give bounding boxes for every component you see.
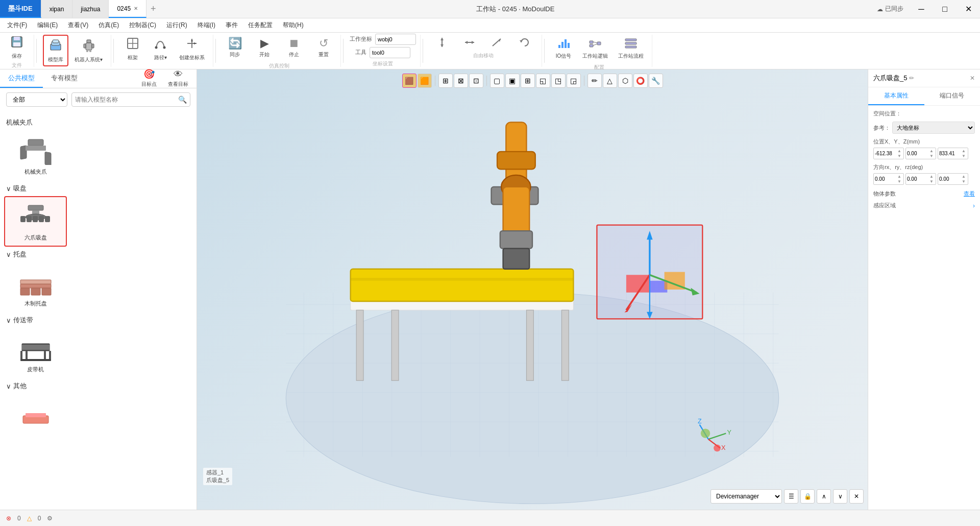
- device-manager-select[interactable]: Devicemanager: [710, 489, 782, 504]
- vt-btn-1[interactable]: 🟫: [402, 74, 416, 88]
- view-target-button[interactable]: 👁 查看目标: [164, 66, 192, 90]
- vt-btn-2[interactable]: 🟧: [418, 74, 432, 88]
- rotate-button[interactable]: [512, 35, 537, 50]
- station-flow-button[interactable]: 工作站流程: [614, 35, 648, 62]
- vt-btn-7[interactable]: ▣: [505, 74, 520, 88]
- tab-public-models[interactable]: 公共模型: [0, 69, 43, 88]
- minimize-button[interactable]: ─: [910, 0, 933, 18]
- menu-run[interactable]: 运行(R): [161, 19, 192, 32]
- model-item-clamp[interactable]: 机械夹爪: [4, 130, 67, 181]
- move-z-button[interactable]: [484, 35, 510, 50]
- tab-0245-close[interactable]: ✕: [134, 6, 138, 11]
- save-button[interactable]: 保存: [4, 33, 30, 62]
- right-panel-close[interactable]: ✕: [970, 75, 975, 82]
- pos-y-spin[interactable]: ▲ ▼: [929, 149, 934, 158]
- create-coord-button[interactable]: 创建坐标系: [175, 35, 209, 63]
- model-library-button[interactable]: 模型库: [43, 35, 68, 66]
- vt-btn-10[interactable]: ◳: [551, 74, 566, 88]
- vt-btn-12[interactable]: ✏: [587, 74, 602, 88]
- tab-jiazhua[interactable]: jiazhua: [72, 0, 109, 18]
- menu-file[interactable]: 文件(F): [2, 19, 32, 32]
- pos-x-input[interactable]: [875, 151, 897, 156]
- pos-z-input[interactable]: [939, 151, 962, 156]
- right-tab-port[interactable]: 端口信号: [924, 87, 981, 105]
- vt-btn-13[interactable]: △: [603, 74, 617, 88]
- reset-button[interactable]: ↺ 重置: [311, 35, 336, 60]
- object-params-link[interactable]: 查看: [964, 190, 975, 198]
- category-pallet[interactable]: ∨ 托盘: [0, 247, 197, 262]
- rot-ry-spin[interactable]: ▲ ▼: [929, 174, 934, 184]
- menu-controller[interactable]: 控制器(C): [124, 19, 161, 32]
- vt-btn-3[interactable]: ⊞: [438, 74, 453, 88]
- vt-btn-16[interactable]: 🔧: [649, 74, 663, 88]
- path-button[interactable]: 路径▾: [148, 35, 173, 63]
- model-item-pallet[interactable]: 木制托盘: [4, 262, 67, 313]
- rot-rx-spin[interactable]: ▲ ▼: [897, 174, 901, 184]
- menu-simulate[interactable]: 仿真(E): [93, 19, 124, 32]
- move-x-button[interactable]: [429, 35, 455, 50]
- category-filter[interactable]: 全部 吸盘 托盘 传送带 其他: [6, 92, 67, 107]
- category-conveyor[interactable]: ∨ 传送带: [0, 313, 197, 328]
- svg-rect-40: [625, 42, 636, 44]
- status-settings-icon[interactable]: ⚙: [47, 515, 53, 522]
- vt-btn-9[interactable]: ◱: [536, 74, 550, 88]
- tool-coord-input[interactable]: [370, 47, 410, 58]
- dm-down-btn[interactable]: ∨: [833, 489, 847, 504]
- pos-x-spin[interactable]: ▲ ▼: [897, 149, 901, 158]
- pos-y-input[interactable]: [907, 151, 929, 156]
- category-clamp[interactable]: 机械夹爪: [0, 115, 197, 130]
- workstation-coord-input[interactable]: [375, 34, 416, 45]
- menu-events[interactable]: 事件: [220, 19, 243, 32]
- station-logic-button[interactable]: 工作站逻辑: [578, 35, 612, 62]
- menu-edit[interactable]: 编辑(E): [32, 19, 63, 32]
- rot-rx-input[interactable]: [875, 176, 897, 182]
- dm-up-btn[interactable]: ∧: [817, 489, 831, 504]
- dm-lock-btn[interactable]: 🔒: [800, 489, 815, 504]
- dm-close-btn[interactable]: ✕: [849, 489, 864, 504]
- tab-private-models[interactable]: 专有模型: [43, 69, 86, 88]
- robot-system-button[interactable]: 机器人系统▾: [70, 35, 107, 66]
- category-sucker[interactable]: ∨ 吸盘: [0, 181, 197, 196]
- new-tab-btn[interactable]: +: [146, 0, 160, 18]
- vt-btn-5[interactable]: ⊡: [469, 74, 483, 88]
- tab-main[interactable]: 墨斗IDE: [0, 0, 41, 18]
- vt-btn-4[interactable]: ⊠: [454, 74, 468, 88]
- sync-button[interactable]: ☁ 已同步: [871, 5, 910, 13]
- pos-z-spin[interactable]: ▲ ▼: [962, 149, 966, 158]
- io-signal-button[interactable]: IO信号: [551, 35, 576, 62]
- target-point-button[interactable]: 🎯 目标点: [136, 66, 162, 90]
- menu-help[interactable]: 帮助(H): [278, 19, 309, 32]
- category-other[interactable]: ∨ 其他: [0, 378, 197, 394]
- vt-btn-14[interactable]: ⬡: [618, 74, 632, 88]
- model-item-other[interactable]: [4, 394, 67, 435]
- close-button[interactable]: ✕: [957, 0, 980, 18]
- move-y-button[interactable]: [457, 35, 482, 50]
- vt-btn-8[interactable]: ⊞: [521, 74, 535, 88]
- maximize-button[interactable]: □: [933, 0, 957, 18]
- sensing-area-arrow[interactable]: ›: [973, 202, 975, 209]
- search-input[interactable]: [75, 96, 178, 103]
- vt-btn-11[interactable]: ◲: [567, 74, 581, 88]
- tab-0245[interactable]: 0245 ✕: [109, 0, 146, 18]
- menu-terminal[interactable]: 终端(I): [192, 19, 220, 32]
- edit-name-icon[interactable]: ✏: [909, 75, 914, 82]
- model-item-sixclaw[interactable]: 六爪吸盘: [4, 196, 67, 247]
- dm-list-btn[interactable]: ☰: [784, 489, 798, 504]
- tab-xipan[interactable]: xipan: [41, 0, 73, 18]
- model-item-conveyor[interactable]: 皮带机: [4, 328, 67, 378]
- sync-ctrl-button[interactable]: 🔄 同步: [222, 35, 248, 60]
- menu-view[interactable]: 查看(V): [63, 19, 93, 32]
- stop-button[interactable]: ⏹ 停止: [281, 35, 307, 60]
- right-tab-basic[interactable]: 基本属性: [868, 87, 924, 105]
- rot-ry-input[interactable]: [907, 176, 929, 182]
- menu-tasks[interactable]: 任务配置: [243, 19, 278, 32]
- svg-rect-58: [20, 280, 51, 284]
- reference-select[interactable]: 大地坐标: [892, 122, 975, 134]
- vt-btn-15[interactable]: ⭕: [633, 74, 648, 88]
- vt-btn-6[interactable]: ▢: [490, 74, 504, 88]
- start-button[interactable]: ▶ 开始: [252, 35, 277, 60]
- frame-button[interactable]: 框架: [120, 35, 145, 63]
- rot-rz-spin[interactable]: ▲ ▼: [962, 174, 966, 184]
- rot-rz-input[interactable]: [939, 176, 962, 182]
- viewport[interactable]: 🟫 🟧 ⊞ ⊠ ⊡ ▢ ▣ ⊞ ◱ ◳ ◲ ✏ △ ⬡ ⭕ 🔧: [197, 69, 868, 510]
